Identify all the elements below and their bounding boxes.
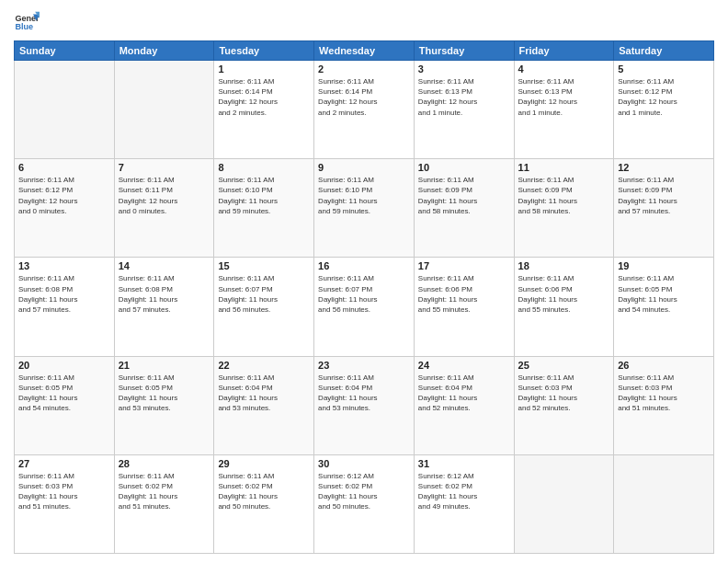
weekday-header-tuesday: Tuesday [214, 41, 314, 61]
calendar-cell: 11Sunrise: 6:11 AM Sunset: 6:09 PM Dayli… [514, 159, 614, 258]
weekday-header-thursday: Thursday [414, 41, 514, 61]
day-number: 12 [618, 162, 710, 173]
day-info: Sunrise: 6:11 AM Sunset: 6:05 PM Dayligh… [119, 373, 210, 414]
calendar-cell: 18Sunrise: 6:11 AM Sunset: 6:06 PM Dayli… [514, 258, 614, 356]
week-row-1: 1Sunrise: 6:11 AM Sunset: 6:14 PM Daylig… [15, 61, 714, 159]
calendar-cell: 31Sunrise: 6:12 AM Sunset: 6:02 PM Dayli… [414, 454, 514, 553]
weekday-header-friday: Friday [514, 41, 614, 61]
calendar-cell: 26Sunrise: 6:11 AM Sunset: 6:03 PM Dayli… [614, 356, 714, 454]
week-row-3: 13Sunrise: 6:11 AM Sunset: 6:08 PM Dayli… [15, 258, 714, 356]
weekday-header-saturday: Saturday [614, 41, 714, 61]
day-info: Sunrise: 6:11 AM Sunset: 6:14 PM Dayligh… [318, 76, 410, 118]
day-info: Sunrise: 6:11 AM Sunset: 6:02 PM Dayligh… [218, 471, 310, 512]
page: General Blue SundayMondayTuesdayWednesda… [0, 0, 728, 563]
day-number: 9 [318, 162, 410, 173]
calendar-table: SundayMondayTuesdayWednesdayThursdayFrid… [14, 40, 714, 554]
day-number: 1 [218, 63, 310, 75]
day-info: Sunrise: 6:11 AM Sunset: 6:06 PM Dayligh… [518, 273, 610, 315]
calendar-cell [114, 61, 214, 159]
weekday-header-wednesday: Wednesday [314, 41, 415, 61]
day-number: 2 [318, 63, 410, 75]
day-info: Sunrise: 6:11 AM Sunset: 6:05 PM Dayligh… [18, 373, 110, 414]
day-info: Sunrise: 6:11 AM Sunset: 6:12 PM Dayligh… [18, 175, 110, 216]
calendar-cell: 4Sunrise: 6:11 AM Sunset: 6:13 PM Daylig… [514, 61, 614, 159]
calendar-cell [614, 454, 714, 553]
day-number: 23 [318, 360, 410, 371]
calendar-cell: 17Sunrise: 6:11 AM Sunset: 6:06 PM Dayli… [414, 258, 514, 356]
calendar-cell: 20Sunrise: 6:11 AM Sunset: 6:05 PM Dayli… [15, 356, 115, 454]
day-number: 31 [418, 458, 510, 469]
day-number: 19 [618, 260, 710, 271]
day-info: Sunrise: 6:11 AM Sunset: 6:09 PM Dayligh… [618, 175, 710, 216]
day-info: Sunrise: 6:11 AM Sunset: 6:14 PM Dayligh… [218, 76, 310, 118]
header: General Blue [14, 9, 714, 35]
day-info: Sunrise: 6:11 AM Sunset: 6:10 PM Dayligh… [318, 175, 410, 216]
weekday-header-monday: Monday [114, 41, 214, 61]
day-info: Sunrise: 6:11 AM Sunset: 6:07 PM Dayligh… [318, 273, 410, 315]
calendar-cell: 14Sunrise: 6:11 AM Sunset: 6:08 PM Dayli… [114, 258, 214, 356]
day-info: Sunrise: 6:11 AM Sunset: 6:04 PM Dayligh… [318, 373, 410, 414]
day-number: 6 [18, 162, 110, 173]
day-number: 26 [618, 360, 710, 371]
logo-icon: General Blue [14, 9, 40, 35]
day-number: 15 [218, 260, 310, 271]
day-number: 22 [218, 360, 310, 371]
calendar-cell [15, 61, 115, 159]
calendar-cell: 16Sunrise: 6:11 AM Sunset: 6:07 PM Dayli… [314, 258, 415, 356]
day-info: Sunrise: 6:12 AM Sunset: 6:02 PM Dayligh… [418, 471, 510, 512]
day-info: Sunrise: 6:11 AM Sunset: 6:02 PM Dayligh… [119, 471, 210, 512]
day-number: 28 [119, 458, 210, 469]
calendar-cell: 29Sunrise: 6:11 AM Sunset: 6:02 PM Dayli… [214, 454, 314, 553]
calendar-cell [514, 454, 614, 553]
weekday-header-row: SundayMondayTuesdayWednesdayThursdayFrid… [15, 41, 714, 61]
day-info: Sunrise: 6:11 AM Sunset: 6:08 PM Dayligh… [119, 273, 210, 315]
calendar-cell: 12Sunrise: 6:11 AM Sunset: 6:09 PM Dayli… [614, 159, 714, 258]
day-info: Sunrise: 6:11 AM Sunset: 6:03 PM Dayligh… [518, 373, 610, 414]
calendar-cell: 23Sunrise: 6:11 AM Sunset: 6:04 PM Dayli… [314, 356, 415, 454]
day-info: Sunrise: 6:11 AM Sunset: 6:07 PM Dayligh… [218, 273, 310, 315]
day-number: 27 [18, 458, 110, 469]
day-number: 3 [418, 63, 510, 75]
day-info: Sunrise: 6:11 AM Sunset: 6:03 PM Dayligh… [18, 471, 110, 512]
calendar-cell: 25Sunrise: 6:11 AM Sunset: 6:03 PM Dayli… [514, 356, 614, 454]
day-number: 30 [318, 458, 410, 469]
calendar-cell: 1Sunrise: 6:11 AM Sunset: 6:14 PM Daylig… [214, 61, 314, 159]
week-row-4: 20Sunrise: 6:11 AM Sunset: 6:05 PM Dayli… [15, 356, 714, 454]
day-number: 25 [518, 360, 610, 371]
svg-text:Blue: Blue [15, 22, 33, 31]
day-number: 13 [18, 260, 110, 271]
day-number: 17 [418, 260, 510, 271]
calendar-cell: 2Sunrise: 6:11 AM Sunset: 6:14 PM Daylig… [314, 61, 415, 159]
day-info: Sunrise: 6:11 AM Sunset: 6:10 PM Dayligh… [218, 175, 310, 216]
day-info: Sunrise: 6:11 AM Sunset: 6:08 PM Dayligh… [18, 273, 110, 315]
day-info: Sunrise: 6:11 AM Sunset: 6:11 PM Dayligh… [119, 175, 210, 216]
calendar-cell: 22Sunrise: 6:11 AM Sunset: 6:04 PM Dayli… [214, 356, 314, 454]
day-number: 4 [518, 63, 610, 75]
day-info: Sunrise: 6:11 AM Sunset: 6:04 PM Dayligh… [218, 373, 310, 414]
calendar-cell: 15Sunrise: 6:11 AM Sunset: 6:07 PM Dayli… [214, 258, 314, 356]
day-number: 24 [418, 360, 510, 371]
calendar-cell: 13Sunrise: 6:11 AM Sunset: 6:08 PM Dayli… [15, 258, 115, 356]
calendar-cell: 5Sunrise: 6:11 AM Sunset: 6:12 PM Daylig… [614, 61, 714, 159]
day-number: 18 [518, 260, 610, 271]
day-number: 20 [18, 360, 110, 371]
day-info: Sunrise: 6:11 AM Sunset: 6:12 PM Dayligh… [618, 76, 710, 118]
calendar-cell: 21Sunrise: 6:11 AM Sunset: 6:05 PM Dayli… [114, 356, 214, 454]
day-number: 7 [119, 162, 210, 173]
day-info: Sunrise: 6:11 AM Sunset: 6:13 PM Dayligh… [418, 76, 510, 118]
calendar-cell: 30Sunrise: 6:12 AM Sunset: 6:02 PM Dayli… [314, 454, 415, 553]
day-number: 10 [418, 162, 510, 173]
week-row-5: 27Sunrise: 6:11 AM Sunset: 6:03 PM Dayli… [15, 454, 714, 553]
day-info: Sunrise: 6:11 AM Sunset: 6:03 PM Dayligh… [618, 373, 710, 414]
day-info: Sunrise: 6:12 AM Sunset: 6:02 PM Dayligh… [318, 471, 410, 512]
day-info: Sunrise: 6:11 AM Sunset: 6:05 PM Dayligh… [618, 273, 710, 315]
day-number: 21 [119, 360, 210, 371]
day-info: Sunrise: 6:11 AM Sunset: 6:13 PM Dayligh… [518, 76, 610, 118]
day-info: Sunrise: 6:11 AM Sunset: 6:09 PM Dayligh… [418, 175, 510, 216]
calendar-cell: 24Sunrise: 6:11 AM Sunset: 6:04 PM Dayli… [414, 356, 514, 454]
calendar-cell: 28Sunrise: 6:11 AM Sunset: 6:02 PM Dayli… [114, 454, 214, 553]
week-row-2: 6Sunrise: 6:11 AM Sunset: 6:12 PM Daylig… [15, 159, 714, 258]
day-number: 5 [618, 63, 710, 75]
logo: General Blue [14, 9, 40, 35]
day-info: Sunrise: 6:11 AM Sunset: 6:06 PM Dayligh… [418, 273, 510, 315]
